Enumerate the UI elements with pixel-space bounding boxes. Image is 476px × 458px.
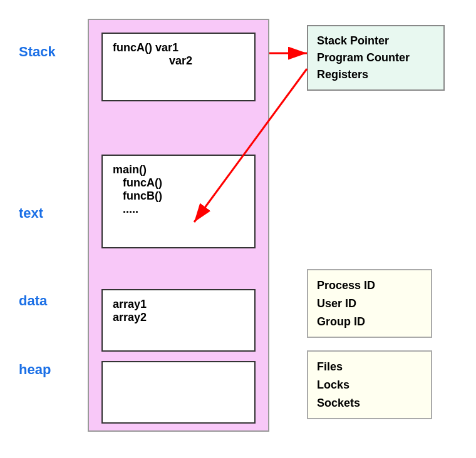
stack-line1: funcA() var1 <box>113 41 244 54</box>
files-line2: Locks <box>317 376 422 394</box>
diagram-container: funcA() var1 var2 main() funcA() funcB()… <box>0 0 476 458</box>
files-line3: Sockets <box>317 394 422 412</box>
label-data: data <box>19 293 47 309</box>
sp-line2: Program Counter <box>317 49 435 66</box>
data-line2: array2 <box>113 311 244 324</box>
data-line1: array1 <box>113 298 244 311</box>
process-id-box: Process ID User ID Group ID <box>307 269 432 338</box>
files-box: Files Locks Sockets <box>307 350 432 419</box>
memory-block: funcA() var1 var2 main() funcA() funcB()… <box>88 19 269 432</box>
data-segment-box: array1 array2 <box>101 289 256 352</box>
files-line1: Files <box>317 358 422 376</box>
pid-line3: Group ID <box>317 313 422 331</box>
text-segment-box: main() funcA() funcB() ..... <box>101 155 256 248</box>
pid-line2: User ID <box>317 295 422 313</box>
text-line2: funcA() <box>113 176 244 190</box>
label-stack: Stack <box>19 44 56 60</box>
stack-frame-box: funcA() var1 var2 <box>101 33 256 101</box>
text-line1: main() <box>113 163 244 176</box>
stack-line2: var2 <box>113 54 244 68</box>
text-line3: funcB() <box>113 190 244 203</box>
stack-pointer-box: Stack Pointer Program Counter Registers <box>307 25 445 91</box>
label-text: text <box>19 205 43 221</box>
heap-segment-box <box>101 361 256 424</box>
sp-line3: Registers <box>317 66 435 83</box>
sp-line1: Stack Pointer <box>317 33 435 49</box>
text-line4: ..... <box>113 203 244 216</box>
pid-line1: Process ID <box>317 277 422 295</box>
label-heap: heap <box>19 362 51 378</box>
